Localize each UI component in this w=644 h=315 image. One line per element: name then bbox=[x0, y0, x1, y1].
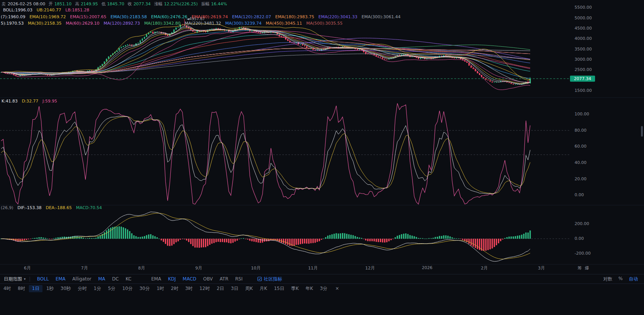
timeframe-button[interactable]: 2日 bbox=[214, 285, 227, 292]
svg-text:2077.34: 2077.34 bbox=[574, 76, 591, 81]
macd-axis-label: 0.00 bbox=[575, 236, 584, 241]
legend-item: 5):1970.53 bbox=[1, 21, 24, 26]
community-indicators-label: 社区指标 bbox=[264, 276, 282, 282]
scale-option[interactable]: % bbox=[619, 276, 623, 282]
timeframe-button[interactable]: 2时 bbox=[168, 285, 181, 292]
ema-legend: (7):1960.09EMA(10):1969.72EMA(15):2007.6… bbox=[1, 14, 405, 19]
close-icon[interactable]: × bbox=[333, 286, 342, 291]
legend-item: D:32.77 bbox=[22, 99, 38, 104]
info-value: 1845.70 bbox=[107, 2, 124, 6]
timeframe-button[interactable]: 1秒 bbox=[43, 285, 57, 292]
legend-item: DIF:-153.38 bbox=[17, 205, 41, 210]
info-label: 开 bbox=[49, 2, 53, 6]
scale-option[interactable]: 对数 bbox=[603, 276, 613, 282]
boll-legend: BOLL:1996.03UB:2140.77LB:1851.28 bbox=[3, 8, 93, 13]
timeframe-toolbar: 4时8时1日1秒30秒分时1分5分10分30分1时2时3时12时2日3日周K月K… bbox=[0, 284, 644, 293]
indicator-button-boll[interactable]: BOLL bbox=[34, 276, 52, 282]
legend-item: EMA(60):2476.26 bbox=[151, 14, 187, 19]
legend-item: MA(180):3342.80 bbox=[144, 21, 181, 26]
info-value: 12.22%(226.25) bbox=[164, 2, 198, 6]
timeframe-button[interactable]: 1日 bbox=[29, 285, 43, 292]
info-label: 振幅 bbox=[201, 2, 209, 6]
timeframe-button[interactable]: 1分 bbox=[91, 285, 104, 292]
scale-option[interactable]: 自动 bbox=[629, 276, 638, 282]
macd-axis-label: -200.00 bbox=[575, 251, 590, 256]
macd-legend: (26,9)DIF:-153.38DEA:-188.65MACD:70.54 bbox=[1, 205, 106, 210]
kdj-axis-label: 100.00 bbox=[575, 112, 589, 117]
price-axis-label: 4500.00 bbox=[575, 26, 592, 31]
chip-distribution-button[interactable]: 筹 bbox=[578, 266, 582, 271]
community-indicators-button[interactable]: 社区指标 bbox=[257, 276, 282, 282]
timeframe-button[interactable]: 4时 bbox=[0, 285, 14, 292]
indicator-button-ma[interactable]: MA bbox=[95, 276, 109, 282]
sub-indicator-button-kdj[interactable]: KDJ bbox=[165, 276, 180, 282]
sub-indicator-group: EMAKDJMACDOBVATRRSI bbox=[148, 276, 246, 282]
ohlc-info-row: 卖2026-02-25 08:00开1851.10高2149.95低1845.7… bbox=[2, 1, 227, 7]
timeframe-button[interactable]: 月K bbox=[257, 285, 270, 292]
main-indicator-group: BOLLEMAAlligatorMADCKC bbox=[34, 276, 135, 282]
legend-item: J:59.95 bbox=[43, 99, 57, 104]
timeframe-button[interactable]: 年K bbox=[302, 285, 316, 292]
timeframe-button[interactable]: 15日 bbox=[271, 285, 287, 292]
timeframe-button[interactable]: 季K bbox=[288, 285, 302, 292]
sub-indicator-button-rsi[interactable]: RSI bbox=[232, 276, 246, 282]
legend-item: EMA(300):3061.44 bbox=[362, 14, 401, 19]
sub-indicator-button-atr[interactable]: ATR bbox=[216, 276, 232, 282]
timeframe-button[interactable]: 3时 bbox=[182, 285, 196, 292]
date-range-dropdown[interactable]: 日期范围 ▾ bbox=[4, 276, 26, 282]
legend-item: MA(220):3481.32 bbox=[185, 21, 221, 26]
timeframe-button[interactable]: 30分 bbox=[136, 285, 153, 292]
info-value: 2077.34 bbox=[134, 2, 151, 6]
time-axis-tools: 筹爆 bbox=[578, 265, 592, 271]
time-axis[interactable]: 6月7月8月9月10月11月12月20262月3月 bbox=[0, 265, 573, 271]
liquidation-button[interactable]: 爆 bbox=[585, 266, 589, 271]
time-axis-label: 7月 bbox=[81, 265, 88, 271]
price-axis-label: 5000.00 bbox=[575, 16, 592, 20]
legend-item: EMA(15):2007.65 bbox=[70, 14, 107, 19]
timeframe-button[interactable]: 12时 bbox=[197, 285, 213, 292]
candlestick-chart-canvas[interactable]: 2077.34◄4957.67 bbox=[0, 0, 644, 266]
kdj-axis-label: 60.00 bbox=[575, 144, 587, 149]
legend-item: K:41.83 bbox=[2, 99, 17, 104]
legend-item: MA(500):3035.55 bbox=[306, 21, 343, 26]
ma-legend: 5):1970.53MA(30):2158.35MA(60):2629.10MA… bbox=[1, 21, 347, 26]
scrollbar-thumb[interactable] bbox=[641, 126, 643, 137]
timeframe-button[interactable]: 周K bbox=[242, 285, 256, 292]
indicator-button-alligator[interactable]: Alligator bbox=[69, 276, 95, 282]
timeframe-button[interactable]: 1时 bbox=[154, 285, 167, 292]
price-axis-label: 3500.00 bbox=[575, 47, 592, 52]
sub-indicator-button-obv[interactable]: OBV bbox=[200, 276, 216, 282]
sub-indicator-button-ema[interactable]: EMA bbox=[148, 276, 164, 282]
indicator-toolbar: 日期范围 ▾ BOLLEMAAlligatorMADCKC EMAKDJMACD… bbox=[0, 274, 644, 284]
time-axis-label: 11月 bbox=[308, 265, 318, 271]
kdj-legend: K:41.83D:32.77J:59.95 bbox=[2, 99, 61, 104]
legend-item: MACD:70.54 bbox=[76, 205, 102, 210]
kdj-axis-label: 20.00 bbox=[575, 176, 587, 181]
community-icon bbox=[257, 277, 262, 281]
kdj-axis-label: 0.00 bbox=[575, 192, 584, 197]
price-axis-label: 5500.00 bbox=[575, 5, 592, 10]
timeframe-button[interactable]: 10分 bbox=[119, 285, 135, 292]
legend-item: DEA:-188.65 bbox=[46, 205, 72, 210]
time-axis-label: 6月 bbox=[24, 265, 31, 271]
timeframe-button[interactable]: 分时 bbox=[75, 285, 90, 292]
legend-item: UB:2140.77 bbox=[36, 8, 61, 13]
timeframe-button[interactable]: 30秒 bbox=[58, 285, 74, 292]
timeframe-button[interactable]: 3分 bbox=[317, 285, 331, 292]
price-axis-label: 1500.00 bbox=[575, 88, 592, 93]
timeframe-button[interactable]: 3日 bbox=[228, 285, 242, 292]
legend-item: MA(300):3239.74 bbox=[225, 21, 261, 26]
legend-item: EMA(180):2983.75 bbox=[275, 14, 314, 19]
time-axis-label: 12月 bbox=[365, 265, 375, 271]
info-label: 高 bbox=[75, 2, 79, 6]
timeframe-button[interactable]: 5分 bbox=[105, 285, 118, 292]
timeframe-buttons: 4时8时1日1秒30秒分时1分5分10分30分1时2时3时12时2日3日周K月K… bbox=[0, 285, 331, 292]
indicator-button-dc[interactable]: DC bbox=[109, 276, 122, 282]
timeframe-button[interactable]: 8时 bbox=[15, 285, 28, 292]
legend-item: (26,9) bbox=[1, 205, 13, 210]
indicator-button-ema[interactable]: EMA bbox=[52, 276, 69, 282]
price-axis-label: 2500.00 bbox=[575, 67, 592, 72]
sub-indicator-button-macd[interactable]: MACD bbox=[179, 276, 200, 282]
legend-item: (7):1960.09 bbox=[1, 14, 25, 19]
indicator-button-kc[interactable]: KC bbox=[122, 276, 135, 282]
